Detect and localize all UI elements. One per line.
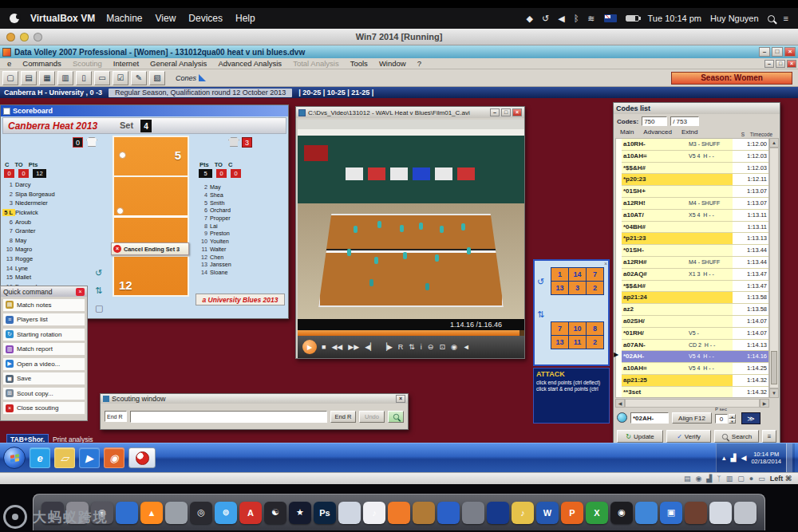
dock-cube[interactable] — [437, 502, 460, 524]
dock-stellarium[interactable]: ★ — [289, 502, 311, 524]
close-scouting-item[interactable]: × Close scouting — [2, 401, 85, 415]
monitor-icon[interactable]: ▢ — [95, 303, 103, 313]
rotation-cell[interactable]: 2 — [587, 336, 603, 349]
app-menu-item[interactable]: General Analysis — [144, 59, 212, 68]
taskbar-player[interactable]: ◉ — [104, 447, 124, 468]
dock-vlc[interactable]: ▲ — [140, 502, 163, 524]
May[interactable]: 2 May — [197, 183, 247, 191]
code-row[interactable]: **3set 1:14.32 — [622, 387, 768, 398]
codes-tab[interactable]: Extnd — [677, 128, 702, 137]
save-item[interactable]: ◼ Save — [2, 372, 85, 385]
jump-button[interactable]: ⇅ — [409, 343, 415, 351]
Lyne[interactable]: 14 Lyne — [2, 263, 95, 273]
rotation-grid-bottom[interactable]: 7 10 8 13 11 2 — [551, 321, 604, 349]
code-row[interactable]: *02AH- V5 4 H - - 1:14.16 — [622, 351, 768, 363]
verify-button[interactable]: ✓ Verify — [666, 430, 711, 443]
code-row[interactable]: *$$&H# 1:12.03 — [622, 163, 768, 175]
hidden-icons-arrow[interactable]: ▴ — [722, 454, 726, 462]
scout-prefix-field[interactable]: End R — [105, 411, 127, 422]
code-row[interactable]: *04BH# 1:13.11 — [622, 222, 768, 234]
rotation-cell[interactable]: 7 — [587, 268, 603, 281]
dock-drop[interactable] — [487, 502, 509, 524]
dock-taichi[interactable]: ☯ — [264, 502, 286, 524]
dock-record[interactable]: ◉ — [610, 502, 633, 524]
swap-icon[interactable]: ⇅ — [537, 309, 544, 320]
Smith[interactable]: 5 Smith — [197, 199, 247, 207]
dock-finder[interactable] — [338, 502, 361, 524]
rotation-grid-top[interactable]: 1 14 7 13 3 2 — [551, 267, 604, 295]
rotation-cell[interactable]: 10 — [569, 322, 586, 335]
menubar-app-name[interactable]: VirtualBox VM — [30, 13, 95, 24]
taskbar-folder[interactable]: ▱ — [54, 447, 75, 468]
video-close-button[interactable]: × — [512, 108, 522, 116]
match-notes-item[interactable]: ▤ Match notes — [2, 298, 85, 312]
shared-folder-icon[interactable]: ▥ — [726, 475, 733, 483]
code-row[interactable]: az2 1:13.58 — [622, 304, 768, 316]
align-button[interactable]: Align F12 — [672, 412, 712, 424]
Sipa Borgeaud[interactable]: 2 Sipa Borgeaud — [2, 190, 95, 199]
Lai[interactable]: 8 Lai — [197, 222, 247, 230]
dock-virtualbox[interactable]: ▣ — [660, 502, 682, 524]
scoreboard-titlebar[interactable]: Scoreboard — [1, 105, 288, 116]
video-frame[interactable] — [298, 120, 524, 319]
app-titlebar[interactable]: Data Volley 2007 Professional - [Women] … — [0, 45, 798, 58]
zoom-out-button[interactable]: ⊖ — [428, 343, 434, 351]
app-menu-item[interactable]: ? — [412, 59, 427, 68]
spinner-down-button[interactable]: ▼ — [729, 419, 736, 424]
vertical-scrollbar[interactable] — [769, 148, 779, 388]
code-row[interactable]: *p21:23 1:13.13 — [622, 233, 768, 245]
step-forward-button[interactable]: ▕▶ — [381, 343, 393, 351]
display-status-icon[interactable]: ◆ — [527, 14, 533, 24]
Preston[interactable]: 9 Preston — [197, 230, 247, 238]
app-menu-item[interactable]: e — [2, 59, 17, 68]
dock-folder-music[interactable]: ♪ — [512, 502, 534, 524]
show-desktop-button[interactable] — [786, 443, 792, 473]
dock-gray-app[interactable] — [165, 502, 188, 524]
Youlten[interactable]: 10 Youlten — [197, 238, 247, 246]
edit-icon[interactable]: ✎ — [131, 71, 147, 85]
court-diagram[interactable]: 5 12 — [113, 136, 189, 297]
scroll-up-button[interactable]: ▲ — [769, 138, 779, 148]
volume-button[interactable]: ◄ — [463, 343, 470, 351]
dock-document[interactable] — [635, 502, 658, 524]
menubar-menu-item[interactable]: Machine — [106, 13, 142, 24]
starting-rotation-item[interactable]: ↻ Starting rotation — [2, 328, 85, 341]
start-button[interactable] — [3, 447, 26, 469]
menubar-clock[interactable]: Tue 10:14 pm — [648, 14, 701, 23]
cancel-ending-set-button[interactable]: × Cancel Ending Set 3 — [111, 242, 189, 255]
rotate-home-icon[interactable]: ↺ — [95, 268, 102, 278]
menubar-menu-item[interactable]: Devices — [188, 13, 223, 24]
apple-icon[interactable] — [10, 14, 19, 23]
video-titlebar[interactable]: C:\Dvs_Video\131012 - WAVL Heat v Blues\… — [296, 107, 524, 118]
current-code-field[interactable]: *02AH- — [630, 412, 669, 424]
monitor-icon[interactable]: ▭ — [94, 71, 110, 85]
code-row[interactable]: ap21:24 1:13.58 — [622, 292, 768, 304]
dock-orange[interactable] — [388, 502, 410, 524]
horizontal-scrollbar[interactable] — [625, 399, 760, 408]
p-sec-spinner[interactable]: 0 — [715, 414, 728, 424]
rotation-cell[interactable]: 3 — [569, 282, 586, 294]
code-row[interactable]: a12RH! M4 - SHUFF 1:13.07 — [622, 198, 768, 210]
dock-photoshop[interactable]: Ps — [314, 502, 336, 524]
quick-command-close-button[interactable]: × — [76, 288, 85, 296]
dock-powerpoint[interactable]: P — [561, 502, 583, 524]
dock-word[interactable]: W — [536, 502, 559, 524]
dock-safari[interactable]: ⊚ — [215, 502, 237, 524]
undo-button[interactable]: Undo — [359, 411, 385, 423]
scroll-right-button[interactable]: ▶ — [760, 399, 769, 408]
Niedermeier[interactable]: 3 Niedermeier — [2, 199, 95, 208]
battery-icon[interactable] — [626, 15, 639, 22]
export-icon[interactable]: ▧ — [149, 71, 165, 85]
tray-volume-icon[interactable]: ◀ — [741, 454, 747, 462]
end-rally-button[interactable]: End R — [330, 411, 356, 423]
wifi-icon[interactable]: ≋ — [587, 14, 595, 24]
fullscreen-button[interactable]: ⊡ — [439, 343, 445, 351]
dock-utility[interactable] — [462, 502, 484, 524]
match-report-item[interactable]: ▥ Match report — [2, 342, 85, 356]
rotate-away-icon[interactable]: ⇅ — [95, 286, 102, 296]
Aroub[interactable]: 6 Aroub — [2, 217, 95, 227]
dock-amphora[interactable] — [413, 502, 435, 524]
time-machine-icon[interactable]: ↺ — [542, 14, 549, 24]
child-minimize-button[interactable]: – — [764, 60, 774, 68]
rotation-cell[interactable]: 11 — [569, 336, 586, 349]
